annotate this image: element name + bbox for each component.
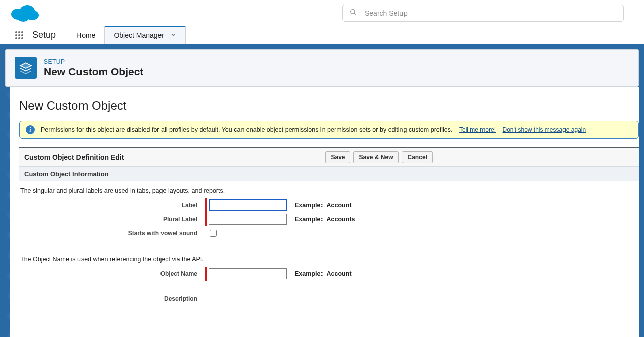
label-label: Label (19, 202, 205, 209)
breadcrumb: SETUP New Custom Object (5, 49, 639, 87)
label-input[interactable] (209, 199, 287, 211)
object-name-input[interactable] (209, 268, 287, 279)
svg-point-3 (17, 13, 29, 22)
svg-point-4 (351, 10, 355, 14)
svg-point-11 (21, 34, 23, 36)
tab-object-manager[interactable]: Object Manager (105, 26, 186, 44)
permissions-banner: i Permissions for this object are disabl… (19, 121, 639, 139)
plural-label-input[interactable] (209, 214, 287, 225)
breadcrumb-kicker: SETUP (44, 58, 143, 65)
label-vowel: Starts with vowel sound (19, 230, 205, 237)
search-input[interactable] (364, 9, 616, 18)
svg-point-6 (15, 31, 17, 33)
label-description: Description (19, 294, 205, 302)
example-prefix: Example: (295, 216, 323, 223)
help-text-api: The Object Name is used when referencing… (19, 254, 639, 267)
banner-text: Permissions for this object are disabled… (41, 126, 452, 133)
vowel-checkbox[interactable] (210, 230, 217, 237)
example-object-name: Account (327, 270, 352, 277)
label-plural: Plural Label (19, 216, 205, 223)
description-textarea[interactable] (209, 294, 518, 337)
example-prefix: Example: (295, 202, 323, 209)
required-indicator (205, 212, 207, 226)
tab-home[interactable]: Home (67, 26, 105, 44)
cancel-button[interactable]: Cancel (402, 151, 433, 163)
search-icon (350, 9, 357, 17)
save-button[interactable]: Save (325, 151, 350, 163)
required-indicator (205, 267, 207, 281)
label-object-name: Object Name (19, 270, 205, 277)
svg-marker-15 (20, 63, 31, 68)
tab-label: Home (76, 31, 95, 39)
chevron-down-icon[interactable] (170, 31, 176, 39)
required-indicator (205, 198, 207, 212)
tell-me-more-link[interactable]: Tell me more! (459, 126, 496, 133)
svg-line-5 (354, 13, 356, 15)
svg-point-12 (15, 37, 17, 39)
save-and-new-button[interactable]: Save & New (353, 151, 398, 163)
svg-point-10 (18, 34, 20, 36)
salesforce-logo (10, 2, 39, 24)
global-search[interactable] (342, 5, 624, 22)
example-plural: Accounts (327, 216, 355, 223)
page-title: New Custom Object (19, 99, 639, 113)
app-name: Setup (28, 26, 67, 44)
section-info-title: Custom Object Information (19, 166, 639, 181)
svg-point-9 (15, 34, 17, 36)
app-launcher-icon[interactable] (10, 26, 28, 44)
tab-label: Object Manager (114, 31, 164, 39)
help-text-labels: The singular and plural labels are used … (19, 185, 639, 198)
breadcrumb-title: New Custom Object (44, 66, 143, 78)
dont-show-again-link[interactable]: Don't show this message again (502, 126, 586, 133)
svg-point-14 (21, 37, 23, 39)
svg-point-7 (18, 31, 20, 33)
example-label: Account (327, 202, 352, 209)
example-prefix: Example: (295, 270, 323, 277)
object-icon (15, 57, 37, 79)
svg-point-13 (18, 37, 20, 39)
svg-point-8 (21, 31, 23, 33)
section-edit-title: Custom Object Definition Edit (24, 153, 124, 161)
info-icon: i (26, 125, 35, 134)
